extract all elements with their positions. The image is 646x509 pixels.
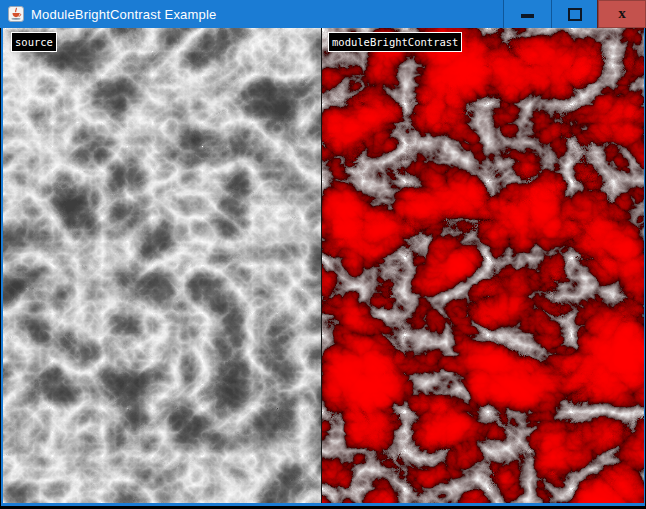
source-label: source: [11, 32, 57, 52]
processed-panel: moduleBrightContrast: [322, 28, 644, 503]
minimize-icon: [521, 14, 534, 18]
close-icon: x: [618, 6, 626, 21]
window-border: source: [1, 28, 645, 506]
window-frame: source: [0, 28, 646, 509]
java-coffee-cup-icon: [8, 6, 24, 22]
window-controls: x: [503, 0, 646, 28]
minimize-button[interactable]: [503, 0, 551, 28]
processed-label: moduleBrightContrast: [328, 32, 462, 52]
source-image: [3, 28, 321, 503]
maximize-button[interactable]: [551, 0, 597, 28]
processed-image: [322, 28, 644, 503]
titlebar[interactable]: ModuleBrightContrast Example x: [0, 0, 646, 28]
window-title: ModuleBrightContrast Example: [31, 7, 217, 22]
source-panel: source: [3, 28, 321, 503]
maximize-icon: [568, 8, 582, 21]
app-window: ModuleBrightContrast Example x: [0, 0, 646, 509]
close-button[interactable]: x: [597, 0, 646, 28]
content-area: source: [3, 28, 644, 503]
